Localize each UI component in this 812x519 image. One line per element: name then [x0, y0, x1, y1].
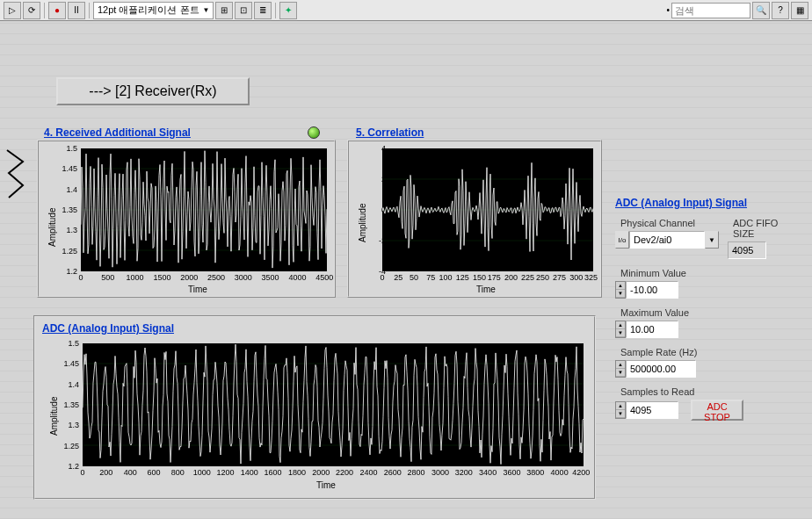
- status-led: [308, 126, 320, 139]
- physical-channel-dropdown[interactable]: I/o ▼: [615, 231, 719, 249]
- adc-xlabel: Time: [316, 480, 336, 490]
- chart5-xlabel: Time: [476, 285, 496, 294]
- max-label: Maximum Value: [620, 307, 800, 318]
- adc-chart-frame: ADC (Analog Input) Signal Amplitude 1.51…: [33, 315, 596, 500]
- toolbar: ▷ ⟳ ● II 12pt 애플리케이션 폰트 ▼ ⊞ ⊡ ≣ ✦ • 🔍 ? …: [0, 0, 812, 21]
- rate-value-field[interactable]: [626, 360, 696, 378]
- search-go-icon[interactable]: 🔍: [752, 2, 770, 19]
- samples-spinner[interactable]: ▲▼: [615, 401, 626, 419]
- chart4-frame: Amplitude 1.51.451.4 1.351.31.251.2 0500…: [37, 140, 336, 298]
- adc-config-panel: ADC (Analog Input) Signal Physical Chann…: [615, 197, 800, 429]
- tb-runcont-icon[interactable]: ⟳: [23, 2, 40, 19]
- io-select-icon[interactable]: I/o: [615, 231, 629, 249]
- tb-settings-icon[interactable]: ✦: [279, 2, 297, 19]
- rate-label: Sample Rate (Hz): [620, 347, 800, 357]
- fifo-value: [728, 241, 766, 259]
- chart5-frame: Amplitude 420-2-4 0255075 100125150175 2…: [347, 140, 602, 298]
- receiver-label: ---> [2] Receiver(Rx): [89, 83, 216, 99]
- tb-run-icon[interactable]: ▷: [4, 2, 21, 19]
- grid-icon[interactable]: ▦: [791, 2, 808, 19]
- adc-yticks: 1.51.451.4 1.351.31.251.2: [54, 343, 81, 466]
- chevron-down-icon: ▼: [203, 6, 210, 14]
- help-icon[interactable]: ?: [772, 2, 789, 19]
- min-label: Minimum Value: [620, 268, 800, 278]
- tb-record-icon[interactable]: ●: [48, 2, 66, 19]
- search-input[interactable]: [671, 3, 750, 18]
- search-icon: •: [666, 5, 670, 15]
- adc-xticks: 0200400600 800100012001400 1600180020002…: [83, 468, 584, 480]
- font-label: 12pt 애플리케이션 폰트: [98, 4, 199, 17]
- receiver-button[interactable]: ---> [2] Receiver(Rx): [56, 77, 250, 105]
- adc-chart-title: ADC (Analog Input) Signal: [42, 322, 174, 335]
- rate-spinner[interactable]: ▲▼: [615, 360, 626, 378]
- font-dropdown[interactable]: 12pt 애플리케이션 폰트 ▼: [93, 2, 214, 19]
- tb-align-icon[interactable]: ⊞: [215, 2, 233, 19]
- chart4-plot[interactable]: [81, 148, 327, 271]
- physical-channel-label: Physical Channel: [620, 218, 719, 228]
- fifo-label: ADC FIFO SIZE: [733, 218, 800, 239]
- min-spinner[interactable]: ▲▼: [615, 281, 626, 299]
- zigzag-icon: [5, 148, 26, 201]
- chart4-yticks: 1.51.451.4 1.351.31.251.2: [53, 148, 79, 271]
- samples-value-field[interactable]: [626, 401, 678, 419]
- chart5-xticks: 0255075 100125150175 200225250275 300325: [382, 273, 593, 285]
- tb-group-icon[interactable]: ⊡: [235, 2, 252, 19]
- chart4-title: 4. Received Additional Signal: [44, 126, 191, 139]
- max-spinner[interactable]: ▲▼: [615, 321, 626, 338]
- chevron-down-icon[interactable]: ▼: [705, 231, 719, 249]
- min-value-field[interactable]: [626, 281, 678, 299]
- adc-stop-button[interactable]: ADC STOP: [691, 400, 743, 421]
- adc-stop-label: ADC STOP: [704, 401, 730, 422]
- tb-pause-icon[interactable]: II: [68, 2, 85, 19]
- max-value-field[interactable]: [626, 321, 678, 338]
- adc-config-header: ADC (Analog Input) Signal: [615, 197, 800, 209]
- physical-channel-value[interactable]: [629, 231, 705, 249]
- chart4-xticks: 050010001500 2000250030003500 40004500: [81, 273, 327, 285]
- chart5-plot[interactable]: [382, 148, 593, 271]
- tb-order-icon[interactable]: ≣: [254, 2, 272, 19]
- chart4-xlabel: Time: [188, 285, 207, 294]
- chart5-title: 5. Correlation: [356, 126, 424, 139]
- samples-label: Samples to Read: [620, 386, 800, 397]
- adc-plot[interactable]: [83, 343, 584, 466]
